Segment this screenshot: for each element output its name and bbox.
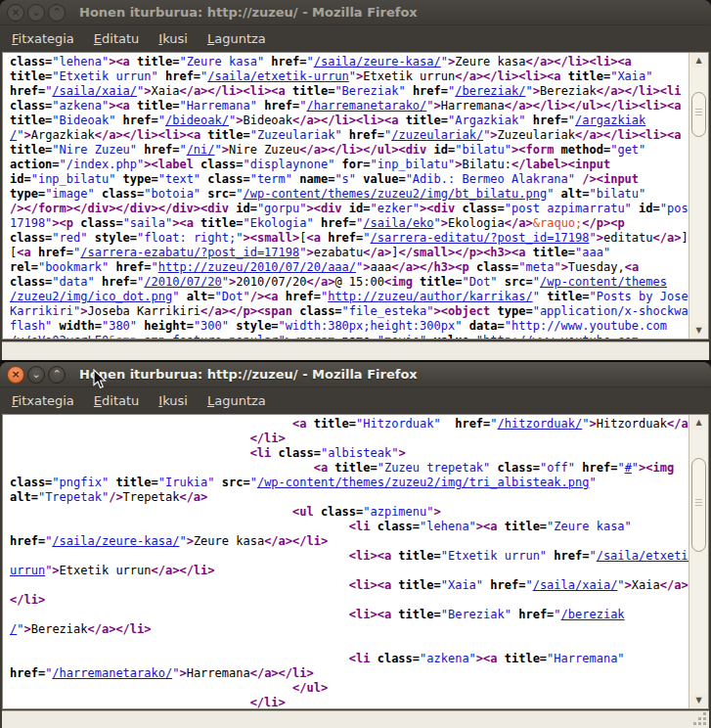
menu-item-laguntza[interactable]: Laguntza (198, 390, 276, 411)
resize-grip-icon[interactable] (693, 712, 707, 726)
menu-item-editatu[interactable]: Editatu (84, 390, 149, 411)
titlebar[interactable]: ×⌄⌃ Honen iturburua: http://zuzeu/ - Moz… (0, 0, 711, 25)
source-attr-value: "float: right;" (137, 231, 243, 245)
source-attr-name: href= (144, 143, 179, 157)
source-attr-name: class= (200, 158, 243, 171)
source-link[interactable]: /zuzeu2/img/ico_dot.png (10, 290, 172, 303)
source-attr-name: src= (207, 187, 236, 201)
source-link[interactable]: /argazkiak (575, 114, 645, 127)
source-link[interactable]: /sarrera-editatu/?post_id=17198 (371, 231, 590, 245)
source-attr-value: "off" (540, 461, 582, 475)
close-button[interactable]: × (7, 366, 24, 384)
scroll-down-icon[interactable]: ▼ (690, 324, 707, 338)
source-attr-value: "azkena" (52, 99, 109, 113)
menu-item-fitxategia[interactable]: Fitxategia (2, 390, 84, 411)
source-link[interactable]: /bereziak/ (455, 84, 525, 98)
source-link[interactable]: urrun (10, 564, 45, 577)
source-tag: ><param (286, 334, 342, 340)
titlebar[interactable]: ×⌄⌃ Honen iturburua: http://zuzeu/ - Moz… (0, 362, 711, 387)
source-attr-name: title= (292, 84, 334, 98)
source-link[interactable]: http://zuzeu/2010/07/20/aaa/ (158, 260, 356, 274)
source-link[interactable]: /saila/xaia/ (52, 84, 137, 98)
source-tag: ><form (511, 143, 561, 157)
source-tag: </a></li><li><a (179, 84, 292, 98)
source-attr-value: "inp_bilatu" (31, 172, 123, 186)
source-link[interactable]: /wp-content/themes/zuzeu2/img/bt_bilatu.… (243, 187, 547, 201)
scrollbar-thumb[interactable] (691, 92, 706, 137)
source-text-node: Argazkiak (31, 128, 95, 142)
source-attr-name: title= (547, 290, 589, 303)
source-line: <li class="albisteak"> (10, 446, 708, 461)
source-attr-value: "Argazkiak" (448, 114, 533, 127)
source-tag: > (187, 534, 194, 548)
source-tag: > (363, 260, 370, 274)
source-link[interactable]: /saila/xaia/ (533, 578, 618, 592)
source-link[interactable]: /2010/07/20 (144, 275, 221, 289)
status-bar (2, 341, 709, 360)
source-space (179, 290, 186, 303)
source-line: flash" width="380" height="300" style="w… (10, 319, 708, 334)
source-attr-name: href= (413, 84, 448, 98)
maximize-button[interactable]: ⌃ (48, 366, 66, 384)
vertical-scrollbar[interactable]: ▲ ▼ (689, 53, 708, 339)
source-attr-value: "pngfix" (52, 476, 115, 489)
menu-item-ikusi[interactable]: Ikusi (149, 390, 198, 411)
source-line (10, 637, 708, 652)
scroll-down-icon[interactable]: ▼ (690, 694, 707, 707)
source-line: class="pngfix" title="Irukia" src="/wp-c… (10, 476, 708, 490)
source-tag: </a> (653, 231, 682, 245)
source-quote: " (589, 476, 596, 489)
source-line: [<a href="/sarrera-ezabatu/?post_id=1719… (10, 246, 708, 260)
source-quote: " (306, 55, 313, 68)
source-tag: <li (349, 520, 378, 533)
source-link[interactable]: /bideoak/ (165, 114, 229, 127)
source-text-node: @ 15:00 (334, 275, 384, 289)
source-text-node: 2010/07/20 (236, 275, 306, 289)
source-link[interactable]: /saila/etxetik- (597, 549, 702, 563)
scroll-up-icon[interactable]: ▲ (690, 416, 707, 430)
source-link[interactable]: # (625, 461, 632, 475)
source-link[interactable]: /bereziak (561, 608, 625, 621)
source-attr-name: class= (378, 520, 420, 533)
vertical-scrollbar[interactable]: ▲ ▼ (689, 415, 708, 708)
source-link[interactable]: /zuzeulariak/ (391, 128, 483, 142)
close-button[interactable]: × (7, 4, 24, 22)
source-link[interactable]: /harremanetarako/ (306, 99, 426, 113)
source-link[interactable]: /sarrera-ezabatu/?post_id=17198 (80, 246, 299, 259)
source-link[interactable]: /ni/ (187, 143, 215, 157)
source-tag: > (144, 84, 151, 98)
source-link[interactable]: /harremanetarako/ (52, 666, 172, 680)
scrollbar-thumb[interactable] (691, 458, 706, 552)
scroll-up-icon[interactable]: ▲ (690, 54, 707, 68)
maximize-button[interactable]: ⌃ (48, 4, 66, 22)
source-link[interactable]: /saila/eko (363, 216, 433, 230)
menu-item-editatu[interactable]: Editatu (84, 28, 149, 49)
source-attr-name: alt= (10, 490, 38, 504)
source-link[interactable]: /saila/zeure-kasa/ (52, 534, 179, 548)
source-tag: </li> (10, 593, 45, 607)
source-attr-value: "Bereziak" (334, 84, 412, 98)
source-tag: > (23, 128, 30, 142)
menu-item-laguntza[interactable]: Laguntza (198, 28, 276, 49)
source-line: <a title="Zuzeu trepetak" class="off" hr… (10, 461, 708, 476)
source-tag: <li (250, 446, 279, 460)
source-attr-name: class= (462, 202, 504, 215)
source-quote: " (152, 260, 158, 274)
source-quote: " (617, 461, 624, 475)
source-entity: &amp; (109, 334, 144, 340)
source-line: /></form></div></div></div><div id="gorp… (10, 202, 708, 216)
source-link[interactable]: http://zuzeu/author/karrikas/ (328, 290, 533, 303)
source-tag: > (52, 564, 59, 577)
minimize-button[interactable]: ⌄ (27, 4, 45, 22)
source-line: /">Bereziak</a></li> (10, 622, 708, 637)
source-tag: ><div (420, 202, 462, 215)
source-link[interactable]: /saila/etxetik-urrun (207, 69, 349, 83)
source-link[interactable]: /saila/zeure-kasa/ (314, 55, 441, 68)
source-link[interactable]: /hitzorduak/ (498, 417, 583, 431)
menu-item-ikusi[interactable]: Ikusi (149, 28, 198, 49)
minimize-button[interactable]: ⌄ (27, 366, 45, 384)
menu-item-fitxategia[interactable]: Fitxategia (2, 28, 84, 49)
source-tag: > (533, 84, 540, 98)
source-link[interactable]: /wp-content/themes/zuzeu2/img/tri_albist… (257, 476, 590, 489)
source-link[interactable]: /wp-content/themes (540, 275, 667, 289)
